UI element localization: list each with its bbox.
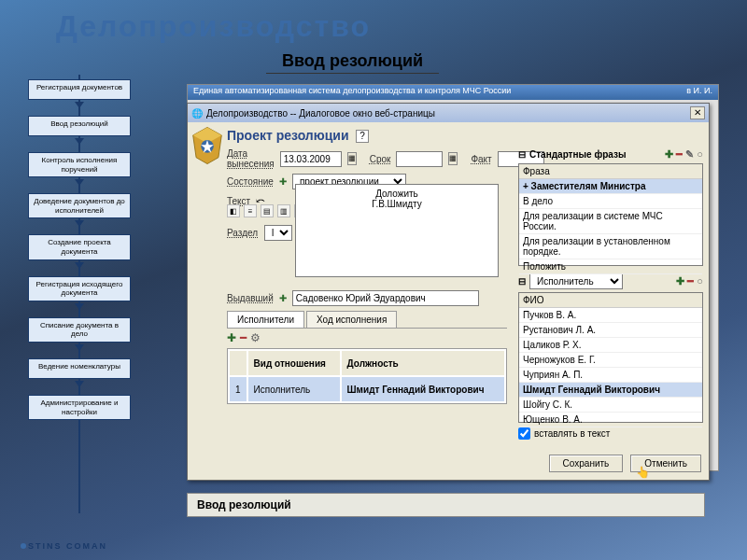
parent-user: в И. И. [686, 86, 712, 99]
edit-icon[interactable]: ✎ [685, 148, 694, 161]
more-icon[interactable]: ○ [697, 148, 703, 161]
flow-step[interactable]: Регистрация исходящего документа [28, 276, 131, 301]
resolution-dialog: 🌐 Делопроизводство -- Диалоговое окно ве… [187, 103, 710, 481]
add-icon[interactable]: ✚ [665, 148, 673, 161]
insert-text-label: вставлять в текст [534, 428, 610, 439]
flow-arrow-icon [75, 344, 84, 351]
col-num[interactable] [230, 351, 247, 375]
parent-titlebar: Единая автоматизированная система делопр… [188, 85, 718, 100]
flow-arrow-icon [75, 262, 84, 269]
flow-arrow-icon [75, 381, 84, 387]
fio-header: ФИО [519, 293, 702, 308]
issuer-input[interactable] [292, 290, 479, 306]
cancel-button[interactable]: Отменить [630, 455, 701, 472]
executors-grid: Вид отношения Должность 1 Исполнитель Шм… [227, 348, 507, 404]
dialog-title: Делопроизводство -- Диалоговое окно веб-… [206, 108, 435, 119]
executor-item[interactable]: Шмидт Геннадий Викторович [519, 383, 702, 398]
executors-list: ФИО Пучков В. А.Рустанович Л. А.Цаликов … [518, 292, 703, 423]
remove-icon[interactable]: ━ [676, 148, 683, 161]
flow-step[interactable]: Создание проекта документа [28, 234, 131, 259]
app-icon: 🌐 [191, 108, 203, 119]
phrases-list: Фраза + Заместителям МинистраВ делоДля р… [518, 163, 703, 266]
flow-arrow-icon [75, 220, 84, 227]
flow-step[interactable]: Администрирование и настройки [28, 395, 131, 420]
grid-settings-icon[interactable]: ⚙ [250, 331, 261, 344]
brand-footer: STINS COMAN [19, 541, 107, 551]
collapse-icon[interactable]: ⊟ [518, 149, 526, 160]
close-icon[interactable]: ✕ [690, 106, 705, 119]
flow-step[interactable]: Ведение номенклатуры [28, 358, 131, 379]
phrase-item[interactable]: + Заместителям Министра [519, 179, 702, 194]
tool-btn[interactable]: ▥ [277, 204, 290, 217]
slide-title: Делопроизводство [56, 9, 371, 44]
grid-toolbar: ✚ ━ ⚙ [227, 331, 261, 344]
text-area[interactable]: Доложить Г.В.Шмидту [295, 184, 499, 277]
grid-remove-icon[interactable]: ━ [240, 331, 247, 344]
flow-step[interactable]: Ввод резолюций [28, 116, 131, 136]
date-picker-icon[interactable]: ▦ [347, 152, 357, 165]
section-select[interactable]: I [264, 225, 292, 241]
phrases-header: Фраза [519, 164, 702, 179]
tab-executors[interactable]: Исполнители [227, 311, 304, 328]
tool-btn[interactable]: ◧ [227, 204, 240, 217]
flow-step[interactable]: Контроль исполнения поручений [28, 152, 131, 177]
grid-row[interactable]: 1 Исполнитель Шмидт Геннадий Викторович [230, 377, 504, 401]
dialog-heading: Проект резолюции [227, 128, 349, 143]
col-post[interactable]: Должность [342, 351, 504, 375]
remove-icon[interactable]: ━ [687, 275, 694, 287]
help-icon[interactable]: ? [356, 130, 369, 143]
executor-item[interactable]: Рустанович Л. А. [519, 323, 702, 338]
add-icon[interactable]: ✚ [676, 275, 684, 287]
deadline-input[interactable] [396, 151, 443, 167]
executor-item[interactable]: Пучков В. А. [519, 308, 702, 323]
phrase-item[interactable]: В дело [519, 194, 702, 209]
date-picker-icon[interactable]: ▦ [448, 152, 458, 165]
caption-bar: Ввод резолюций [187, 493, 705, 517]
executor-item[interactable]: Чуприян А. П. [519, 368, 702, 383]
phrase-item[interactable]: Для реализации в установленном порядке. [519, 234, 702, 259]
issuer-label: Выдавший [227, 293, 274, 303]
right-panel: ⊟ Стандартные фразы ✚ ━ ✎ ○ Фраза + Заме… [518, 148, 703, 440]
slide-subtitle: Ввод резолюций [266, 51, 439, 74]
flow-arrow-icon [75, 179, 84, 186]
dialog-titlebar: 🌐 Делопроизводство -- Диалоговое окно ве… [188, 104, 709, 122]
tool-btn[interactable]: ▤ [261, 204, 274, 217]
phrase-item[interactable]: Положить [519, 259, 702, 274]
issuer-add-icon[interactable]: ✚ [279, 293, 287, 303]
flow-arrow-icon [75, 102, 84, 108]
text-line: Г.В.Шмидту [296, 199, 498, 209]
cell: Шмидт Геннадий Викторович [342, 377, 504, 401]
flow-step[interactable]: Регистрация документов [28, 79, 131, 100]
date-label: Дата вынесения [227, 148, 275, 169]
tab-progress[interactable]: Ход исполнения [306, 311, 397, 328]
cell: Исполнитель [248, 377, 340, 401]
executor-item[interactable]: Шойгу С. К. [519, 398, 702, 413]
section-label: Раздел [227, 228, 258, 238]
parent-title: Единая автоматизированная система делопр… [193, 86, 511, 99]
insert-text-checkbox[interactable] [518, 427, 530, 440]
executor-item[interactable]: Черножуков Е. Г. [519, 353, 702, 368]
save-button[interactable]: Сохранить [549, 455, 624, 472]
more-icon[interactable]: ○ [697, 275, 703, 287]
executor-type-select[interactable]: Исполнитель [529, 273, 623, 289]
flow-step[interactable]: Списание документа в дело [28, 317, 131, 343]
executor-item[interactable]: Цаликов Р. Х. [519, 338, 702, 353]
tool-btn[interactable]: ≡ [244, 204, 257, 217]
phrase-item[interactable]: Для реализации в системе МЧС России. [519, 209, 702, 234]
cell: 1 [230, 377, 247, 401]
deadline-label: Срок [370, 154, 391, 164]
col-relation[interactable]: Вид отношения [248, 351, 340, 375]
flow-step[interactable]: Доведение документов до исполнителей [28, 193, 131, 218]
state-label: Состояние [227, 176, 274, 187]
date-input[interactable] [280, 151, 342, 167]
collapse-icon[interactable]: ⊟ [518, 276, 526, 287]
fact-label: Факт [471, 154, 491, 164]
emblem-icon [191, 124, 223, 167]
flow-arrow-icon [75, 138, 84, 145]
grid-add-icon[interactable]: ✚ [227, 331, 236, 344]
text-line: Доложить [296, 189, 498, 199]
flow-arrow-icon [75, 303, 84, 310]
executor-item[interactable]: Ющенко В. А. [519, 413, 702, 427]
state-add-icon[interactable]: ✚ [279, 176, 287, 187]
phrases-title: Стандартные фразы [529, 149, 626, 160]
